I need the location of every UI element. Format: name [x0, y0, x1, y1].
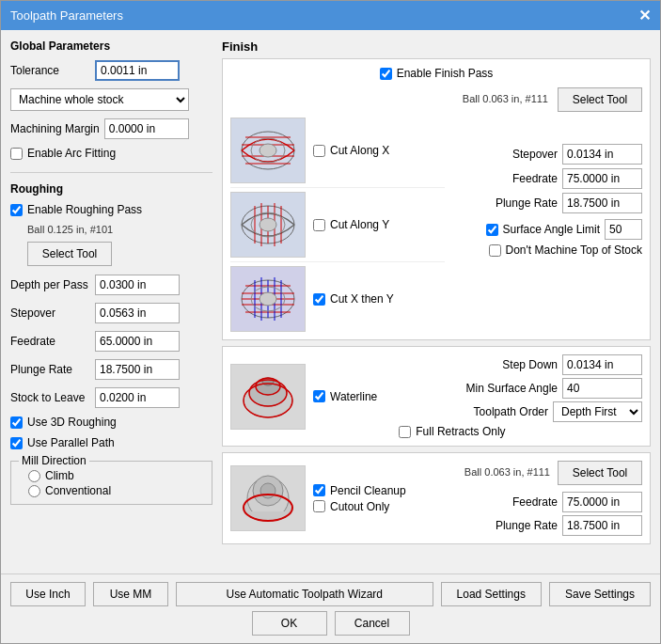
- cut-along-y-image: [230, 192, 306, 258]
- close-button[interactable]: ✕: [638, 7, 651, 24]
- surface-angle-limit-checkbox[interactable]: [486, 224, 498, 236]
- toolpath-order-select[interactable]: Depth First Direction First: [553, 401, 642, 422]
- save-settings-button[interactable]: Save Settings: [549, 582, 651, 606]
- plunge-rate-finish-label: Plunge Rate: [464, 196, 558, 210]
- plunge-rate-finish-input[interactable]: [562, 193, 642, 213]
- select-tool-roughing-button[interactable]: Select Tool: [27, 242, 112, 266]
- cancel-button[interactable]: Cancel: [335, 611, 410, 636]
- stepover-left-label: Stepover: [10, 306, 90, 320]
- use-inch-button[interactable]: Use Inch: [10, 582, 86, 606]
- feedrate-left-input[interactable]: [95, 331, 180, 352]
- ball-info-finish: Ball 0.063 in, #111: [463, 93, 548, 104]
- machining-margin-row: Machining Margin: [10, 118, 212, 139]
- ball-info-pencil: Ball 0.063 in, #111: [464, 466, 550, 478]
- finish-title: Finish: [222, 39, 651, 54]
- cutout-only-label: Cutout Only: [330, 500, 389, 513]
- enable-roughing-row: Enable Roughing Pass: [10, 203, 212, 216]
- stock-to-leave-input[interactable]: [95, 387, 180, 408]
- conventional-radio[interactable]: [28, 485, 40, 497]
- select-tool-pencil-button[interactable]: Select Tool: [558, 461, 642, 485]
- surface-angle-limit-input[interactable]: [605, 219, 642, 240]
- cut-along-x-label: Cut Along X: [330, 144, 389, 157]
- depth-per-pass-label: Depth per Pass: [10, 278, 90, 291]
- feedrate-pencil-label: Feedrate: [464, 495, 558, 509]
- plunge-rate-pencil-label: Plunge Rate: [464, 519, 558, 532]
- waterline-row: Waterline Step Down Min Surface Angle To…: [230, 354, 642, 438]
- depth-per-pass-input[interactable]: [95, 275, 180, 295]
- climb-radio[interactable]: [28, 470, 40, 482]
- svg-point-16: [260, 218, 276, 231]
- svg-point-45: [260, 483, 275, 498]
- min-surface-angle-input[interactable]: [562, 378, 642, 399]
- cut-along-y-checkbox[interactable]: [313, 219, 325, 231]
- cutout-only-checkbox[interactable]: [313, 500, 325, 512]
- stock-to-leave-row: Stock to Leave: [10, 387, 212, 408]
- use-3d-roughing-label: Use 3D Roughing: [27, 416, 117, 429]
- use-3d-roughing-checkbox[interactable]: [10, 416, 23, 429]
- main-window: Toolpath Parameters ✕ Global Parameters …: [0, 0, 661, 644]
- enable-arc-fitting-row: Enable Arc Fitting: [10, 147, 212, 160]
- ok-button[interactable]: OK: [252, 611, 327, 636]
- conventional-label: Conventional: [45, 484, 111, 497]
- enable-roughing-label: Enable Roughing Pass: [27, 203, 142, 216]
- machine-whole-stock-row: Machine whole stock: [10, 88, 212, 111]
- load-settings-button[interactable]: Load Settings: [441, 582, 542, 606]
- use-mm-button[interactable]: Use MM: [93, 582, 168, 606]
- window-title: Toolpath Parameters: [10, 8, 123, 23]
- pencil-cleanup-checkbox[interactable]: [313, 484, 325, 496]
- plunge-rate-finish-row: Plunge Rate: [454, 193, 642, 213]
- feedrate-pencil-input[interactable]: [562, 492, 642, 512]
- stepover-left-input[interactable]: [95, 303, 180, 323]
- tolerance-input[interactable]: [95, 60, 180, 81]
- enable-roughing-checkbox[interactable]: [10, 204, 23, 216]
- step-down-row: Step Down: [399, 354, 642, 375]
- roughing-title: Roughing: [10, 182, 212, 196]
- titlebar: Toolpath Parameters ✕: [1, 1, 660, 30]
- feedrate-finish-input[interactable]: [562, 168, 642, 189]
- machine-whole-stock-select[interactable]: Machine whole stock: [10, 88, 189, 111]
- cut-along-y-label: Cut Along Y: [330, 218, 389, 231]
- dont-machine-top-label: Don't Machine Top of Stock: [506, 243, 642, 257]
- plunge-rate-pencil-row: Plunge Rate: [418, 515, 642, 536]
- enable-arc-fitting-label: Enable Arc Fitting: [27, 147, 116, 160]
- cut-along-x-checkbox[interactable]: [313, 145, 325, 157]
- bottom-bar: Use Inch Use MM Use Automatic Toolpath W…: [1, 573, 660, 643]
- left-panel: Global Parameters Tolerance Machine whol…: [10, 39, 212, 564]
- machining-margin-input[interactable]: [104, 118, 189, 139]
- enable-arc-fitting-checkbox[interactable]: [10, 148, 23, 160]
- step-down-input[interactable]: [562, 354, 642, 375]
- waterline-image: [230, 364, 306, 430]
- feedrate-finish-row: Feedrate: [454, 168, 642, 189]
- feedrate-finish-label: Feedrate: [464, 172, 558, 185]
- enable-finish-pass-checkbox[interactable]: [380, 68, 392, 80]
- svg-point-30: [260, 292, 276, 306]
- use-parallel-path-label: Use Parallel Path: [27, 436, 115, 449]
- select-tool-finish-button[interactable]: Select Tool: [558, 87, 642, 112]
- dont-machine-top-checkbox[interactable]: [489, 244, 501, 257]
- waterline-checkbox[interactable]: [313, 390, 325, 402]
- stepover-finish-input[interactable]: [562, 144, 642, 165]
- surface-angle-limit-label: Surface Angle Limit: [503, 223, 600, 236]
- use-automatic-wizard-button[interactable]: Use Automatic Toolpath Wizard: [176, 582, 433, 606]
- full-retracts-label: Full Retracts Only: [416, 425, 505, 438]
- pencil-row: Pencil Cleanup Cutout Only Ball 0.063 in…: [230, 461, 642, 536]
- finish-header: Enable Finish Pass: [230, 67, 642, 80]
- pencil-section: Pencil Cleanup Cutout Only Ball 0.063 in…: [222, 452, 651, 544]
- toolpath-order-row: Toolpath Order Depth First Direction Fir…: [399, 401, 642, 422]
- pencil-image: [230, 465, 306, 531]
- right-panel: Finish Enable Finish Pass Ball 0.063 in,…: [222, 39, 651, 564]
- toolpath-order-label: Toolpath Order: [454, 405, 548, 418]
- cut-x-then-y-checkbox[interactable]: [313, 293, 325, 306]
- svg-point-7: [260, 144, 276, 157]
- plunge-rate-left-input[interactable]: [95, 359, 180, 380]
- plunge-rate-pencil-input[interactable]: [562, 515, 642, 536]
- use-parallel-path-checkbox[interactable]: [10, 437, 23, 449]
- full-retracts-checkbox[interactable]: [399, 426, 411, 438]
- stepover-finish-row: Stepover: [454, 144, 642, 165]
- tolerance-label: Tolerance: [10, 64, 90, 77]
- tolerance-row: Tolerance: [10, 60, 212, 81]
- cut-x-then-y-label: Cut X then Y: [330, 292, 394, 306]
- global-params-title: Global Parameters: [10, 39, 212, 53]
- feedrate-left-label: Feedrate: [10, 335, 90, 348]
- depth-per-pass-row: Depth per Pass: [10, 275, 212, 295]
